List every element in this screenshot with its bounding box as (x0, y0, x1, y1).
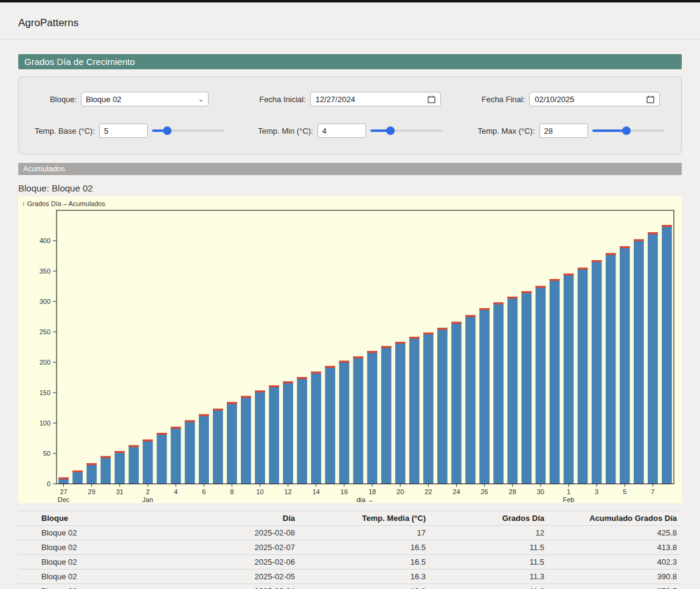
temp-max-label: Temp. Max (°C): (477, 126, 535, 136)
table-cell: 2025-02-08 (169, 526, 300, 540)
accumulated-chart: ↑ Grados Día – Acumulados 05010015020025… (18, 196, 682, 503)
table-cell (18, 555, 36, 570)
results-table-wrap: BloqueDíaTemp. Media (°C)Grados DíaAcumu… (18, 511, 682, 589)
svg-text:150: 150 (40, 389, 50, 396)
slider-thumb[interactable] (386, 126, 395, 135)
slider-thumb[interactable] (622, 126, 631, 135)
temp-min-slider[interactable] (370, 126, 442, 135)
header-divider (0, 39, 700, 40)
table-cell: Bloque 02 (36, 540, 169, 555)
chart-heading: Bloque: Bloque 02 (18, 183, 682, 193)
svg-text:7: 7 (651, 488, 654, 495)
table-row: Bloque 022025-02-0716.511.5413.8 (18, 540, 682, 555)
bloque-select-value: Bloque 02 (86, 95, 122, 104)
temp-max-slider[interactable] (592, 126, 664, 135)
temp-min-value: 4 (322, 126, 327, 136)
results-table: BloqueDíaTemp. Media (°C)Grados DíaAcumu… (18, 511, 682, 589)
svg-text:1: 1 (567, 488, 570, 495)
fecha-final-label: Fecha Final: (482, 95, 525, 104)
app-title: AgroPatterns (18, 17, 682, 29)
table-row: Bloque 022025-02-0416.611.6379.5 (18, 584, 682, 589)
table-cell: 390.8 (549, 570, 682, 584)
svg-text:26: 26 (480, 488, 488, 495)
temp-base-value: 5 (104, 126, 108, 136)
svg-text:Dec: Dec (58, 496, 70, 503)
table-cell: 402.3 (549, 555, 682, 570)
table-cell: 16.5 (300, 540, 431, 555)
temp-base-label: Temp. Base (°C): (35, 126, 95, 136)
svg-text:Jan: Jan (142, 496, 153, 503)
table-row: Bloque 022025-02-081712425.8 (18, 526, 682, 540)
section-title: Grados Día de Crecimiento (24, 57, 135, 67)
svg-text:3: 3 (595, 488, 598, 495)
table-row: Bloque 022025-02-0616.511.5402.3 (18, 555, 682, 570)
fecha-final-value: 02/10/2025 (535, 95, 574, 104)
chevron-down-icon: ⌄ (198, 96, 204, 103)
svg-text:24: 24 (452, 488, 460, 495)
table-cell (18, 570, 36, 584)
fecha-final-input[interactable]: 02/10/2025 (529, 92, 660, 106)
temp-base-slider[interactable] (152, 126, 224, 135)
svg-text:8: 8 (230, 488, 234, 495)
svg-text:100: 100 (40, 419, 50, 427)
svg-text:28: 28 (509, 488, 516, 495)
chart-y-axis-title: ↑ Grados Día – Acumulados (18, 196, 682, 208)
svg-text:dia →: dia → (356, 496, 374, 503)
table-cell: 379.5 (549, 584, 682, 589)
svg-text:50: 50 (43, 450, 50, 457)
svg-text:350: 350 (40, 267, 50, 275)
fecha-inicial-label: Fecha Inicial: (259, 95, 306, 104)
table-row: Bloque 022025-02-0516.311.3390.8 (18, 570, 682, 584)
bloque-select[interactable]: Bloque 02 ⌄ (81, 92, 209, 106)
svg-text:30: 30 (537, 488, 544, 495)
slider-thumb[interactable] (163, 126, 172, 135)
table-cell: 12 (431, 526, 549, 540)
table-header-cell: Temp. Media (°C) (300, 511, 431, 526)
table-cell: Bloque 02 (36, 570, 169, 584)
table-cell: 2025-02-04 (169, 584, 300, 589)
svg-text:16: 16 (341, 488, 348, 495)
svg-text:29: 29 (88, 488, 95, 495)
table-header-row: BloqueDíaTemp. Media (°C)Grados DíaAcumu… (18, 511, 682, 526)
table-cell (18, 584, 36, 589)
fecha-inicial-value: 12/27/2024 (316, 95, 355, 104)
svg-text:10: 10 (256, 488, 263, 495)
svg-text:31: 31 (116, 488, 123, 495)
bloque-label: Bloque: (50, 95, 77, 104)
table-cell (18, 540, 36, 555)
svg-text:18: 18 (369, 488, 376, 495)
parameters-form: Bloque: Bloque 02 ⌄ Fecha Inicial: 12/27… (18, 77, 682, 154)
calendar-icon[interactable] (428, 95, 435, 103)
svg-text:200: 200 (40, 359, 50, 366)
svg-text:0: 0 (47, 480, 50, 487)
svg-text:2: 2 (146, 488, 150, 495)
table-cell: 11.5 (431, 540, 549, 555)
slider-fill (592, 129, 627, 132)
table-cell: 413.8 (549, 540, 682, 555)
svg-text:300: 300 (40, 298, 50, 305)
svg-text:5: 5 (623, 488, 626, 495)
table-header-cell: Día (169, 511, 300, 526)
svg-text:27: 27 (60, 488, 67, 495)
table-cell: 11.5 (431, 555, 549, 570)
acumulados-title: Acumulados (23, 165, 65, 173)
table-cell: 16.6 (300, 584, 431, 589)
temp-base-input[interactable]: 5 (99, 123, 148, 138)
fecha-inicial-input[interactable]: 12/27/2024 (310, 92, 441, 106)
svg-text:22: 22 (425, 488, 432, 495)
temp-min-input[interactable]: 4 (317, 123, 366, 138)
temp-max-input[interactable]: 28 (539, 123, 588, 138)
calendar-icon[interactable] (646, 95, 654, 103)
table-header-cell: Acumulado Grados Día (549, 511, 682, 526)
table-header-cell (18, 511, 36, 526)
table-cell: 16.3 (300, 570, 431, 584)
acumulados-bar: Acumulados (18, 163, 682, 175)
table-cell: 2025-02-06 (169, 555, 300, 570)
temp-max-value: 28 (544, 126, 553, 136)
section-title-bar: Grados Día de Crecimiento (18, 54, 682, 69)
temp-min-label: Temp. Min (°C): (258, 126, 313, 136)
table-cell: 11.6 (431, 584, 549, 589)
svg-text:4: 4 (174, 488, 178, 495)
table-cell: Bloque 02 (36, 584, 169, 589)
table-cell: 16.5 (300, 555, 431, 570)
